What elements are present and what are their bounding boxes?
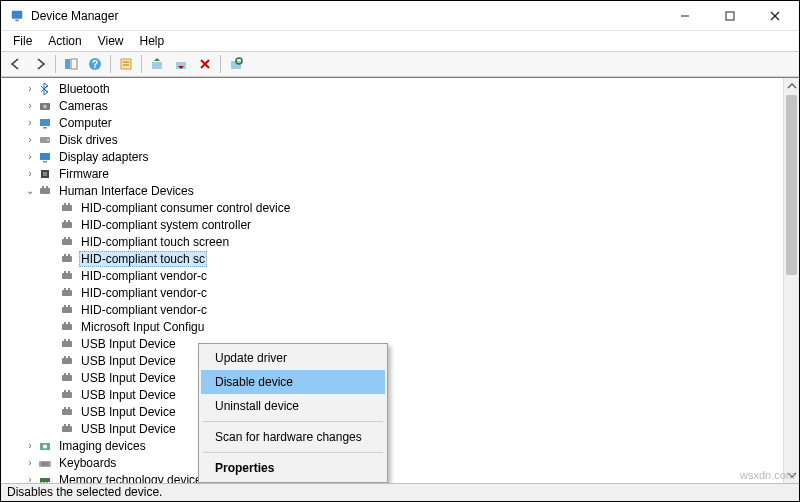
device-icon: [59, 251, 75, 267]
svg-rect-33: [64, 203, 66, 205]
show-hide-tree-button[interactable]: [60, 53, 82, 75]
update-driver-button[interactable]: [146, 53, 168, 75]
tree-item[interactable]: USB Input Device: [1, 369, 783, 386]
vertical-scrollbar[interactable]: [783, 78, 799, 483]
tree-item-label: USB Input Device: [79, 388, 178, 402]
scan-hardware-icon: [229, 57, 243, 71]
chevron-right-icon[interactable]: ›: [23, 151, 37, 162]
svg-rect-10: [121, 59, 131, 69]
menu-view[interactable]: View: [90, 32, 132, 50]
disk-icon: [37, 132, 53, 148]
minimize-button[interactable]: [662, 1, 707, 31]
chevron-right-icon[interactable]: ›: [23, 100, 37, 111]
svg-rect-21: [40, 119, 50, 126]
tree-item[interactable]: USB Input Device: [1, 403, 783, 420]
svg-rect-70: [68, 407, 70, 409]
chevron-right-icon[interactable]: ›: [23, 457, 37, 468]
help-icon: ?: [88, 57, 102, 71]
tree-item[interactable]: ›Computer: [1, 114, 783, 131]
tree-item[interactable]: ›Display adapters: [1, 148, 783, 165]
tree-item[interactable]: USB Input Device: [1, 352, 783, 369]
update-driver-icon: [150, 57, 164, 71]
chevron-right-icon[interactable]: ›: [23, 440, 37, 451]
scrollbar-thumb[interactable]: [786, 95, 797, 275]
device-icon: [59, 336, 75, 352]
svg-rect-29: [40, 188, 50, 194]
tree-item-label: HID-compliant vendor-c: [79, 286, 209, 300]
device-icon: [59, 200, 75, 216]
tree-item[interactable]: HID-compliant touch sc: [1, 250, 783, 267]
chevron-right-icon[interactable]: ›: [23, 83, 37, 94]
device-icon: [59, 302, 75, 318]
svg-rect-52: [68, 305, 70, 307]
chevron-right-icon[interactable]: ›: [23, 117, 37, 128]
svg-rect-39: [64, 237, 66, 239]
chevron-right-icon[interactable]: ›: [23, 474, 37, 483]
context-menu-item[interactable]: Properties: [201, 456, 385, 480]
computer-icon: [37, 115, 53, 131]
svg-rect-41: [62, 256, 72, 262]
titlebar: Device Manager: [1, 1, 799, 31]
svg-rect-13: [152, 62, 162, 69]
tree-item[interactable]: HID-compliant system controller: [1, 216, 783, 233]
device-tree[interactable]: ›Bluetooth›Cameras›Computer›Disk drives›…: [1, 78, 783, 483]
context-menu-item[interactable]: Scan for hardware changes: [201, 425, 385, 449]
tree-item-label: HID-compliant touch screen: [79, 235, 231, 249]
svg-rect-68: [62, 409, 72, 415]
scrollbar-track[interactable]: [784, 276, 799, 467]
tree-item[interactable]: HID-compliant consumer control device: [1, 199, 783, 216]
tree-item[interactable]: ›Firmware: [1, 165, 783, 182]
tree-item[interactable]: USB Input Device: [1, 335, 783, 352]
tree-item[interactable]: ›Cameras: [1, 97, 783, 114]
chevron-right-icon[interactable]: ›: [23, 168, 37, 179]
firmware-icon: [37, 166, 53, 182]
camera-icon: [37, 98, 53, 114]
properties-icon: [119, 57, 133, 71]
tree-item[interactable]: USB Input Device: [1, 420, 783, 437]
tree-item-label: USB Input Device: [79, 405, 178, 419]
scroll-down-button[interactable]: [784, 467, 799, 483]
chevron-right-icon[interactable]: ›: [23, 134, 37, 145]
menu-help[interactable]: Help: [132, 32, 173, 50]
svg-rect-47: [62, 290, 72, 296]
scan-hardware-button[interactable]: [225, 53, 247, 75]
close-button[interactable]: [752, 1, 797, 31]
tree-item[interactable]: ›Disk drives: [1, 131, 783, 148]
context-menu-item[interactable]: Uninstall device: [201, 394, 385, 418]
tree-item[interactable]: HID-compliant vendor-c: [1, 284, 783, 301]
svg-rect-35: [62, 222, 72, 228]
svg-rect-49: [68, 288, 70, 290]
tree-item[interactable]: ›Memory technology devices: [1, 471, 783, 483]
forward-button[interactable]: [29, 53, 51, 75]
scroll-up-button[interactable]: [784, 78, 799, 94]
tree-item[interactable]: HID-compliant vendor-c: [1, 267, 783, 284]
tree-item[interactable]: ⌄Human Interface Devices: [1, 182, 783, 199]
properties-button[interactable]: [115, 53, 137, 75]
tree-item-label: USB Input Device: [79, 371, 178, 385]
back-button[interactable]: [5, 53, 27, 75]
tree-item[interactable]: HID-compliant vendor-c: [1, 301, 783, 318]
menu-action[interactable]: Action: [40, 32, 89, 50]
menu-file[interactable]: File: [5, 32, 40, 50]
context-menu-separator: [203, 452, 383, 453]
tree-item[interactable]: ›Keyboards: [1, 454, 783, 471]
disable-device-button[interactable]: [170, 53, 192, 75]
tree-item[interactable]: USB Input Device: [1, 386, 783, 403]
svg-text:?: ?: [92, 59, 98, 70]
tree-item[interactable]: ›Imaging devices: [1, 437, 783, 454]
tree-item-label: Bluetooth: [57, 82, 112, 96]
console-tree-icon: [64, 57, 78, 71]
disable-device-icon: [174, 57, 188, 71]
context-menu-item[interactable]: Update driver: [201, 346, 385, 370]
chevron-down-icon[interactable]: ⌄: [23, 185, 37, 196]
tree-item[interactable]: HID-compliant touch screen: [1, 233, 783, 250]
svg-rect-56: [62, 341, 72, 347]
help-button[interactable]: ?: [84, 53, 106, 75]
svg-rect-60: [64, 356, 66, 358]
uninstall-device-button[interactable]: [194, 53, 216, 75]
maximize-button[interactable]: [707, 1, 752, 31]
tree-item[interactable]: Microsoft Input Configu: [1, 318, 783, 335]
context-menu[interactable]: Update driverDisable deviceUninstall dev…: [198, 343, 388, 483]
tree-item[interactable]: ›Bluetooth: [1, 80, 783, 97]
context-menu-item[interactable]: Disable device: [201, 370, 385, 394]
